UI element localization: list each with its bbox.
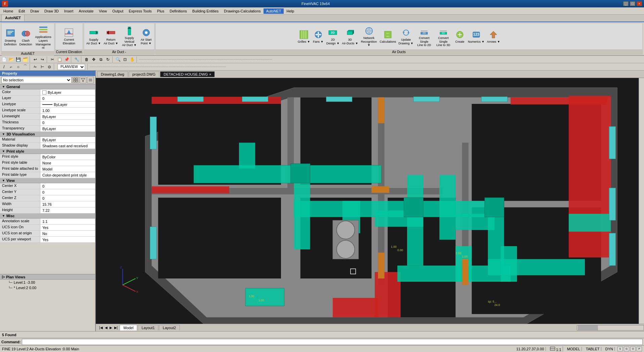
planview-dropdown[interactable]: PLANVIEW	[57, 64, 85, 70]
model-tab[interactable]: Model	[120, 325, 137, 330]
new-file-button[interactable]: 📄	[1, 56, 7, 63]
menu-draw3d[interactable]: Draw 3D	[42, 8, 62, 14]
menu-insert[interactable]: Insert	[62, 8, 76, 14]
fans-button[interactable]: Fans ▼	[312, 29, 325, 44]
close-button[interactable]: ×	[637, 1, 642, 6]
2d-design-button[interactable]: 2D 2DDesign ▼	[325, 27, 340, 46]
erase-button[interactable]: 🗑	[83, 56, 90, 63]
toolbar2-sep-3	[87, 64, 89, 70]
layout1-tab[interactable]: Layout1	[138, 325, 158, 330]
applications-layers-button[interactable]: Applications LayersManagement	[34, 24, 53, 50]
svg-rect-53	[76, 80, 78, 82]
section-general[interactable]: ▼ General	[0, 84, 95, 89]
toggle-button[interactable]	[87, 77, 94, 83]
pan-button[interactable]: ✋	[129, 56, 135, 63]
svg-rect-106	[378, 252, 385, 278]
prop-annotation-scale: Annotation scale 1:1	[0, 219, 95, 225]
arrows-button[interactable]: Arrows ▼	[486, 29, 501, 44]
nav-first[interactable]: |◀	[98, 326, 104, 329]
circle-button[interactable]: ○	[15, 64, 22, 70]
scrollbar-horizontal[interactable]	[577, 325, 644, 330]
plan-view-level1[interactable]: └─ Level:1 -3.00	[5, 280, 95, 285]
create-button[interactable]: Create	[453, 29, 467, 44]
plan-views-header[interactable]: ▷ Plan Views	[0, 274, 95, 280]
snap-icon[interactable]: S	[617, 347, 623, 351]
menu-definitions[interactable]: Definitions	[167, 8, 190, 14]
menu-home[interactable]: Home	[1, 8, 16, 14]
menu-annotate[interactable]: Annotate	[76, 8, 96, 14]
polyline-button[interactable]: ⌐	[8, 64, 14, 70]
menu-drawings[interactable]: Drawings-Calculations	[221, 8, 263, 14]
menu-draw[interactable]: Draw	[28, 8, 42, 14]
copy-button[interactable]: 📋	[56, 56, 63, 63]
drawing-tab-2[interactable]: project3.DWG	[129, 71, 159, 77]
supply-air-duct-button[interactable]: SupplyAir Duct ▼	[85, 27, 102, 46]
menu-express[interactable]: Express Tools	[126, 8, 154, 14]
offset-button[interactable]: ⊝	[46, 64, 53, 70]
zoom-all-button[interactable]: ⊡	[122, 56, 128, 63]
current-elevation-button[interactable]: CurrentElevation	[62, 27, 76, 46]
model-tabs: |◀ ◀ ▶ ▶| Model Layout1 Layout2	[96, 324, 644, 331]
properties-button[interactable]: 🔧	[73, 56, 80, 63]
menu-view[interactable]: View	[96, 8, 110, 14]
maximize-button[interactable]: □	[630, 1, 635, 6]
undo-button[interactable]: ↩	[32, 56, 39, 63]
return-air-duct-button[interactable]: ReturnAir Duct ▼	[103, 27, 119, 46]
copy-obj-button[interactable]: ⧉	[97, 56, 104, 63]
minimize-button[interactable]: _	[623, 1, 629, 6]
line-button[interactable]: /	[1, 64, 7, 70]
clash-detection-button[interactable]: ! ClashDetection	[18, 28, 33, 47]
menu-building[interactable]: Building Entities	[190, 8, 221, 14]
polar-icon[interactable]: P	[637, 347, 642, 351]
save-all-button[interactable]: 🗂️	[22, 56, 29, 63]
ribbon-tab-autonet[interactable]: AutoNET	[1, 14, 25, 22]
section-view[interactable]: ▼ View	[0, 178, 95, 183]
menu-help[interactable]: Help	[284, 8, 297, 14]
air-start-point-button[interactable]: Air StartPoint ▼	[139, 27, 153, 46]
section-3d-vis[interactable]: ▼ 3D Visualisation	[0, 132, 95, 137]
filter-button[interactable]	[80, 77, 86, 83]
network-recognition-button[interactable]: NetworkRecognition ▼	[360, 25, 378, 48]
grilles-button[interactable]: Grilles ▼	[297, 29, 311, 44]
menu-output[interactable]: Output	[110, 8, 126, 14]
close-drawing-tab-3[interactable]: ×	[209, 73, 211, 76]
drawing-tab-3[interactable]: DETACHED HOUSE.DWG ×	[160, 71, 215, 77]
open-file-button[interactable]: 📂	[8, 56, 14, 63]
selection-dropdown[interactable]: No selection	[1, 77, 72, 83]
numerics-button[interactable]: 123 Numerics ▼	[467, 29, 485, 44]
calculations-button[interactable]: +−×÷ Calculations	[379, 29, 397, 44]
menu-plus[interactable]: Plus	[154, 8, 167, 14]
move-button[interactable]: ✥	[90, 56, 97, 63]
plan-view-level2[interactable]: └─ * Level:2 0.00	[5, 285, 95, 290]
section-misc[interactable]: ▼ Misc	[0, 213, 95, 219]
drawing-definition-button[interactable]: DrawingDefinition	[3, 28, 18, 47]
section-print[interactable]: ▼ Print style	[0, 149, 95, 154]
arc-button[interactable]: ⌒	[22, 64, 29, 70]
3d-air-ducts-button[interactable]: 3DAir-Ducts ▼	[341, 27, 359, 46]
layout2-tab[interactable]: Layout2	[159, 325, 179, 330]
convert-single-2d-button[interactable]: 2D Convert SingleLine to 2D	[415, 25, 434, 48]
paste-button[interactable]: 📌	[63, 56, 70, 63]
select-objects-button[interactable]	[72, 77, 79, 83]
viewport[interactable]: 1.00 1.00 1.00 0.00 2.00 1.00 sp: 5... 2…	[96, 78, 644, 324]
save-button[interactable]: 💾	[15, 56, 22, 63]
trim-button[interactable]: ✁	[32, 64, 39, 70]
update-drawing-button[interactable]: UpdateDrawing ▼	[398, 27, 414, 46]
drawing-tab-1[interactable]: Drawing1.dwg	[97, 71, 128, 77]
nav-last[interactable]: ▶|	[114, 326, 119, 329]
ortho-icon[interactable]: O	[630, 347, 636, 351]
convert-single-3d-button[interactable]: 3D Convert SingleLine to 3D	[434, 25, 453, 48]
menu-autonet[interactable]: AutoNET	[264, 8, 284, 14]
extend-button[interactable]: ⊢	[39, 64, 46, 70]
rotate-button[interactable]: ↻	[105, 56, 111, 63]
nav-prev[interactable]: ◀	[104, 326, 108, 329]
grid-icon[interactable]: G	[624, 347, 629, 351]
cut-button[interactable]: ✂	[49, 56, 56, 63]
zoom-in-button[interactable]: 🔍	[115, 56, 121, 63]
redo-button[interactable]: ↪	[39, 56, 46, 63]
scrollbar-vertical[interactable]	[639, 78, 644, 324]
nav-next[interactable]: ▶	[109, 326, 113, 329]
command-input[interactable]	[22, 339, 643, 345]
supply-vertical-duct-button[interactable]: Supply VerticalAir Duct ▼	[120, 25, 139, 48]
menu-edit[interactable]: Edit	[16, 8, 28, 14]
